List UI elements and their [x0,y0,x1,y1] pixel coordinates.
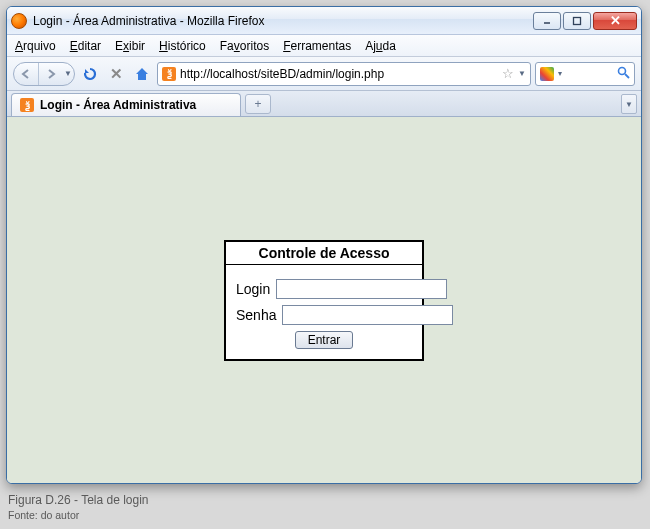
login-row-senha: Senha [236,305,412,325]
menu-arquivo[interactable]: AArquivorquivo [13,37,58,55]
titlebar: Login - Área Administrativa - Mozilla Fi… [7,7,641,35]
tab-list-dropdown[interactable]: ▼ [621,94,637,114]
menubar: AArquivorquivo EditarEditar ExibirExibir… [7,35,641,57]
login-submit-row: Entrar [236,331,412,349]
back-button[interactable] [14,63,38,85]
window-title: Login - Área Administrativa - Mozilla Fi… [33,14,264,28]
menu-ferramentas[interactable]: FerramentasFerramentas [281,37,353,55]
minimize-button[interactable] [533,12,561,30]
close-icon: ✕ [610,13,621,28]
browser-window: Login - Área Administrativa - Mozilla Fi… [6,6,642,484]
back-icon [20,68,32,80]
menu-favoritos[interactable]: FavoritosFavoritos [218,37,271,55]
senha-label: Senha [236,307,276,323]
forward-icon [45,68,57,80]
login-input[interactable] [276,279,447,299]
home-button[interactable] [131,63,153,85]
caption-source: Fonte: do autor [8,508,149,522]
firefox-icon [11,13,27,29]
address-url: http://localhost/siteBD/admin/login.php [180,67,498,81]
address-bar[interactable]: ѯ http://localhost/siteBD/admin/login.ph… [157,62,531,86]
minimize-icon [542,16,552,26]
entrar-button[interactable]: Entrar [295,331,354,349]
maximize-icon [572,16,582,26]
login-title: Controle de Acesso [226,242,422,265]
forward-button[interactable] [38,63,62,85]
stop-icon: ✕ [110,65,123,83]
address-dropdown-icon[interactable]: ▼ [518,69,526,78]
login-label: Login [236,281,270,297]
login-row-login: Login [236,279,412,299]
senha-input[interactable] [282,305,453,325]
menu-historico[interactable]: HistóricoHistórico [157,37,208,55]
nav-back-forward: ▼ [13,62,75,86]
svg-rect-1 [574,17,581,24]
login-form: Login Senha Entrar [226,265,422,359]
reload-icon [82,66,98,82]
search-engine-icon [540,67,554,81]
close-button[interactable]: ✕ [593,12,637,30]
page-viewport: Controle de Acesso Login Senha Entrar [7,117,641,483]
tab-label: Login - Área Administrativa [40,98,196,112]
caption-title: Figura D.26 - Tela de login [8,492,149,508]
window-controls: ✕ [533,12,637,30]
nav-history-dropdown[interactable]: ▼ [62,63,74,85]
menu-exibir[interactable]: ExibirExibir [113,37,147,55]
toolbar: ▼ ✕ ѯ http://localhost/siteBD/admin/logi… [7,57,641,91]
site-favicon: ѯ [162,67,176,81]
figure-caption: Figura D.26 - Tela de login Fonte: do au… [8,492,149,522]
new-tab-button[interactable]: + [245,94,271,114]
home-icon [134,66,150,82]
login-box: Controle de Acesso Login Senha Entrar [224,240,424,361]
tab-active[interactable]: ѯ Login - Área Administrativa [11,93,241,116]
maximize-button[interactable] [563,12,591,30]
tab-favicon: ѯ [20,98,34,112]
svg-point-2 [619,67,626,74]
stop-button[interactable]: ✕ [105,63,127,85]
bookmark-star-icon[interactable]: ☆ [502,66,514,81]
plus-icon: + [254,97,261,111]
search-icon[interactable] [617,66,630,82]
menu-ajuda[interactable]: AjudaAjuda [363,37,398,55]
tabbar: ѯ Login - Área Administrativa + ▼ [7,91,641,117]
search-bar[interactable]: ▾ [535,62,635,86]
svg-line-3 [625,74,629,78]
menu-editar[interactable]: EditarEditar [68,37,103,55]
reload-button[interactable] [79,63,101,85]
search-engine-dropdown-icon[interactable]: ▾ [558,69,562,78]
